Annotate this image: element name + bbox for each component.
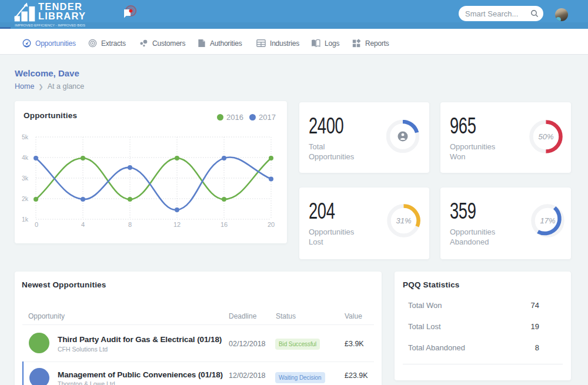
svg-text:0: 0 bbox=[35, 221, 38, 228]
svg-text:1k: 1k bbox=[22, 216, 29, 223]
svg-text:8: 8 bbox=[128, 221, 132, 228]
svg-text:3k: 3k bbox=[22, 175, 29, 182]
svg-text:17%: 17% bbox=[540, 216, 555, 225]
svg-text:5k: 5k bbox=[22, 133, 29, 140]
svg-text:12: 12 bbox=[173, 221, 181, 228]
svg-text:2k: 2k bbox=[22, 195, 29, 202]
svg-text:50%: 50% bbox=[538, 132, 553, 141]
svg-text:20: 20 bbox=[268, 221, 275, 228]
svg-text:31%: 31% bbox=[396, 216, 411, 225]
svg-text:4: 4 bbox=[81, 221, 85, 228]
svg-text:16: 16 bbox=[220, 221, 228, 228]
svg-text:4k: 4k bbox=[22, 154, 29, 161]
